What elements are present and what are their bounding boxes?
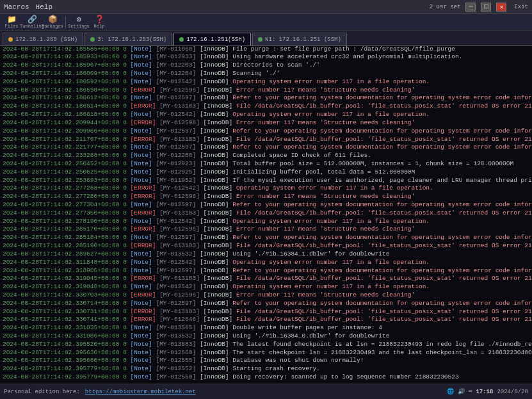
terminal-line: 2024-08-28T17:14:02.331086+08:00 0 [Note… xyxy=(3,332,529,341)
terminal-line: 2024-08-28T17:14:02.186592+08:00 0 [Note… xyxy=(3,78,529,86)
tab-0[interactable]: 172.16.1.250 (SSH) xyxy=(3,33,83,45)
tab-2[interactable]: 172.16.1.251(SSH) xyxy=(173,33,251,45)
terminal-line: 2024-08-28T17:14:02.250625+08:00 0 [Note… xyxy=(3,168,529,177)
clock-time: 17:18 xyxy=(476,389,493,395)
terminal-line: 2024-08-28T17:14:02.209966+08:00 0 [Note… xyxy=(3,127,529,136)
terminal-line: 2024-08-28T17:14:02.277350+08:00 0 [ERRO… xyxy=(3,209,529,218)
terminal-output[interactable]: 2024-08-28T17:14:02.182354+08:00 0 [Note… xyxy=(0,46,532,384)
exit-label: Exit xyxy=(514,4,528,10)
close-button[interactable]: ✕ xyxy=(496,3,506,12)
terminal-line: 2024-08-28T17:14:02.285190+08:00 0 [ERRO… xyxy=(3,242,529,250)
status-right: 🌐 🔊 ⌨ 17:18 2024/8/28 xyxy=(447,388,528,395)
terminal-line: 2024-08-28T17:14:02.330731+08:00 0 [ERRO… xyxy=(3,308,529,316)
terminal-line: 2024-08-28T17:14:02.395779+08:00 0 [Note… xyxy=(3,365,529,373)
edition-label: Personal edition here: xyxy=(4,389,80,395)
help-icon: ❓ xyxy=(95,16,104,24)
sys-tray: 🌐 🔊 ⌨ 17:18 2024/8/28 xyxy=(447,388,528,395)
menu-help[interactable]: Help xyxy=(36,3,52,11)
status-bar: Personal edition here: https://mobiuster… xyxy=(0,384,532,399)
tab-3[interactable]: N1: 172.16.1.251 (SSH) xyxy=(252,33,347,45)
clock-date: 2024/8/28 xyxy=(497,389,528,395)
minimize-button[interactable]: ─ xyxy=(465,3,476,12)
terminal-line: 2024-08-28T17:14:02.277268+08:00 0 [ERRO… xyxy=(3,184,529,193)
terminal-line: 2024-08-28T17:14:02.221777+08:00 0 [Note… xyxy=(3,143,529,152)
terminal-line: 2024-08-28T17:14:02.395660+08:00 0 [Note… xyxy=(3,357,529,365)
toolbar-packages-btn[interactable]: 📦 Packages xyxy=(44,15,61,29)
terminal-line: 2024-08-28T17:14:02.186612+08:00 0 [Note… xyxy=(3,94,529,102)
terminal-line: 2024-08-28T17:14:02.186009+08:00 0 [Note… xyxy=(3,70,529,78)
terminal-line: 2024-08-28T17:14:02.233268+08:00 0 [Note… xyxy=(3,152,529,160)
terminal-line: 2024-08-28T17:14:02.186614+08:00 0 [ERRO… xyxy=(3,102,529,111)
tunnel-icon: 🔗 xyxy=(28,16,37,24)
terminal-line: 2024-08-28T17:14:02.311848+08:00 0 [Note… xyxy=(3,259,529,267)
tab-bar: 172.16.1.250 (SSH)3: 172.16.1.253(SSH)17… xyxy=(0,31,532,46)
tab-label-3: N1: 172.16.1.251 (SSH) xyxy=(265,37,341,43)
file-icon: 📁 xyxy=(7,16,17,24)
terminal-line: 2024-08-28T17:14:02.395779+08:00 0 [Note… xyxy=(3,373,529,382)
title-bar: Macros Help 2 usr set ─ □ ✕ Exit xyxy=(0,0,532,14)
maximize-button[interactable]: □ xyxy=(481,3,491,12)
menu-bar[interactable]: Macros Help xyxy=(4,3,52,11)
terminal-line: 2024-08-28T17:14:02.331035+08:00 0 [Note… xyxy=(3,324,529,332)
terminal-line: 2024-08-28T17:14:02.209944+08:00 0 [ERRO… xyxy=(3,119,529,127)
menu-macros[interactable]: Macros xyxy=(4,3,29,11)
terminal-line: 2024-08-28T17:14:02.330741+08:00 0 [ERRO… xyxy=(3,316,529,324)
terminal-line: 2024-08-28T17:14:02.395630+08:00 0 [Note… xyxy=(3,349,529,357)
tab-1[interactable]: 3: 172.16.1.253(SSH) xyxy=(85,33,172,45)
settings-icon: ⚙ xyxy=(76,16,81,24)
terminal-line: 2024-08-28T17:14:02.277280+08:00 0 [ERRO… xyxy=(3,193,529,201)
terminal-line: 2024-08-28T17:14:02.186618+08:00 0 [Note… xyxy=(3,111,529,119)
terminal-line: 2024-08-28T17:14:02.319048+08:00 0 [Note… xyxy=(3,283,529,291)
user-count-label: 2 usr set xyxy=(430,4,461,10)
tab-label-1: 3: 172.16.1.253(SSH) xyxy=(97,37,166,43)
tray-volume-icon: 🔊 xyxy=(458,388,465,395)
terminal-line: 2024-08-28T17:14:02.185933+08:00 0 [Note… xyxy=(3,53,529,61)
status-link[interactable]: https://mobiusterm.mobiletek.net xyxy=(85,389,196,395)
terminal-line: 2024-08-28T17:14:02.285170+08:00 0 [ERRO… xyxy=(3,225,529,234)
terminal-line: 2024-08-28T17:14:02.330714+08:00 0 [Note… xyxy=(3,300,529,308)
terminal-line: 2024-08-28T17:14:02.318905+08:00 0 [Note… xyxy=(3,267,529,275)
toolbar-sep-1 xyxy=(65,17,66,28)
tab-label-0: 172.16.1.250 (SSH) xyxy=(15,37,77,43)
tray-keyboard-icon: ⌨ xyxy=(469,388,472,395)
terminal-line: 2024-08-28T17:14:02.253693+08:00 0 [Note… xyxy=(3,177,529,185)
toolbar-settings-btn[interactable]: ⚙ Settings xyxy=(70,15,88,29)
toolbar-file-btn[interactable]: 📁 Files xyxy=(3,15,20,29)
packages-icon: 📦 xyxy=(48,16,58,24)
terminal-line: 2024-08-28T17:14:02.250452+08:00 0 [Note… xyxy=(3,160,529,168)
terminal-line: 2024-08-28T17:14:02.319045+08:00 0 [ERRO… xyxy=(3,275,529,283)
terminal-line: 2024-08-28T17:14:02.278190+08:00 0 [Note… xyxy=(3,218,529,226)
terminal-line: 2024-08-28T17:14:02.186598+08:00 0 [ERRO… xyxy=(3,86,529,95)
terminal-line: 2024-08-28T17:14:02.277304+08:00 0 [Note… xyxy=(3,201,529,209)
tray-network-icon: 🌐 xyxy=(447,388,454,395)
title-bar-right: 2 usr set ─ □ ✕ Exit xyxy=(430,3,528,12)
terminal-line: 2024-08-28T17:14:02.289627+08:00 0 [Note… xyxy=(3,250,529,259)
terminal-line: 2024-08-28T17:14:02.185967+08:00 0 [Note… xyxy=(3,61,529,70)
terminal-line: 2024-08-28T17:14:02.185585+08:00 0 [Note… xyxy=(3,46,529,53)
terminal-line: 2024-08-28T17:14:02.285184+08:00 0 [Note… xyxy=(3,234,529,242)
title-bar-left: Macros Help xyxy=(4,3,52,11)
tab-label-2: 172.16.1.251(SSH) xyxy=(186,37,245,43)
toolbar-help-btn[interactable]: ❓ Help xyxy=(90,15,108,29)
terminal-line: 2024-08-28T17:14:02.330703+08:00 0 [ERRO… xyxy=(3,291,529,300)
toolbar-tunnel-btn[interactable]: 🔗 Tunneling xyxy=(23,15,41,29)
terminal-line: 2024-08-28T17:14:02.395520+08:00 0 [Note… xyxy=(3,341,529,349)
toolbar: 📁 Files 🔗 Tunneling 📦 Packages ⚙ Setting… xyxy=(0,14,532,31)
terminal-line: 2024-08-28T17:14:02.211767+08:00 0 [ERRO… xyxy=(3,136,529,144)
